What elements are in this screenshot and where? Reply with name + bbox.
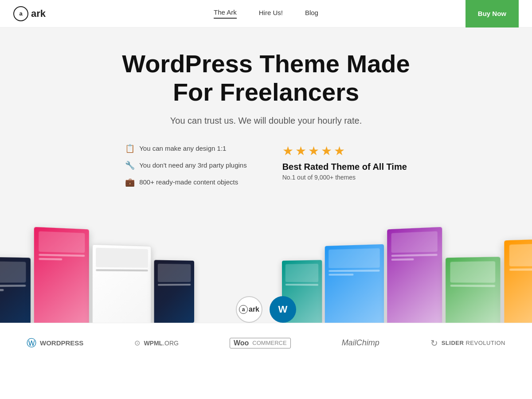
star-2: ★: [295, 144, 306, 158]
wordpress-label: WORDPRESS: [40, 339, 83, 347]
partner-slider-revolution: ↻ SLIDER REVOLUTION: [430, 338, 505, 348]
mailchimp-label: MailChimp: [342, 338, 379, 348]
feature-icon-1: 📋: [125, 144, 135, 153]
rating-subtitle: No.1 out of 9,000+ themes: [282, 174, 407, 181]
center-logos: a ark W: [236, 296, 296, 323]
hero-section: WordPress Theme Made For Freelancers You…: [0, 27, 532, 323]
feature-icon-2: 🔧: [125, 160, 135, 170]
logo[interactable]: a ark: [13, 6, 46, 21]
star-4: ★: [321, 144, 332, 158]
screenshot-thumb: [0, 257, 31, 323]
rating-title: Best Rated Theme of All Time: [282, 162, 407, 172]
rating-section: ★ ★ ★ ★ ★ Best Rated Theme of All Time N…: [282, 144, 407, 194]
star-1: ★: [282, 144, 293, 158]
commerce-label: COMMERCE: [252, 340, 286, 346]
feature-icon-3: 💼: [125, 177, 135, 187]
nav-menu: The Ark Hire Us! Blog: [214, 8, 318, 19]
screenshot-thumb: [446, 257, 501, 323]
screenshot-thumb: [34, 227, 89, 323]
slider-icon: ↻: [430, 338, 438, 348]
partner-mailchimp: MailChimp: [342, 338, 379, 348]
wpml-icon: ⊙: [134, 339, 140, 347]
screenshot-thumb: [387, 227, 442, 323]
screenshots-right: [282, 220, 532, 323]
slider-label: SLIDER REVOLUTION: [442, 340, 505, 346]
hero-subtitle: You can trust us. We will double your ho…: [9, 116, 523, 126]
logo-name: ark: [31, 8, 46, 20]
section-what-can-you-create: What can you create with The Ark? Finall…: [0, 363, 532, 399]
partner-woocommerce: Woo COMMERCE: [230, 338, 291, 348]
navbar: a ark The Ark Hire Us! Blog Buy Now: [0, 0, 532, 27]
nav-item-the-ark[interactable]: The Ark: [214, 8, 237, 19]
star-rating: ★ ★ ★ ★ ★: [282, 144, 407, 158]
wordpress-icon: Ⓦ: [27, 336, 36, 350]
partner-wordpress: Ⓦ WORDPRESS: [27, 336, 83, 350]
hero-features: 📋 You can make any design 1:1 🔧 You don'…: [9, 144, 523, 194]
nav-item-blog[interactable]: Blog: [305, 9, 318, 18]
ark-center-logo: a ark: [236, 296, 262, 323]
buy-now-button[interactable]: Buy Now: [466, 0, 519, 27]
feature-text-2: You don't need any 3rd party plugins: [139, 161, 247, 169]
partner-wpml: ⊙ WPML.ORG: [134, 339, 179, 347]
feature-item-2: 🔧 You don't need any 3rd party plugins: [125, 160, 247, 170]
screenshot-thumb: [325, 244, 384, 323]
partners-strip: Ⓦ WORDPRESS ⊙ WPML.ORG Woo COMMERCE Mail…: [0, 323, 532, 363]
ark-logo-name: ark: [249, 305, 259, 313]
screenshot-thumb: [504, 238, 532, 322]
woo-label: Woo: [234, 339, 249, 347]
wordpress-center-logo: W: [270, 296, 296, 323]
feature-text-1: You can make any design 1:1: [139, 145, 226, 152]
nav-item-hire-us[interactable]: Hire Us!: [259, 9, 283, 18]
wpml-label: WPML.ORG: [144, 340, 179, 347]
feature-text-3: 800+ ready-made content objects: [139, 178, 238, 186]
screenshot-thumb: [92, 244, 151, 323]
screenshots-area: a ark W: [9, 207, 523, 323]
star-5: ★: [334, 144, 345, 158]
wp-letter: W: [278, 304, 288, 315]
screenshot-thumb: [154, 260, 194, 323]
feature-item-1: 📋 You can make any design 1:1: [125, 144, 247, 153]
star-3: ★: [308, 144, 319, 158]
logo-icon: a: [13, 6, 28, 21]
features-list: 📋 You can make any design 1:1 🔧 You don'…: [125, 144, 247, 194]
hero-title: WordPress Theme Made For Freelancers: [9, 50, 523, 107]
screenshots-left: [0, 224, 194, 323]
feature-item-3: 💼 800+ ready-made content objects: [125, 177, 247, 187]
ark-logo-letter: a: [239, 305, 248, 314]
